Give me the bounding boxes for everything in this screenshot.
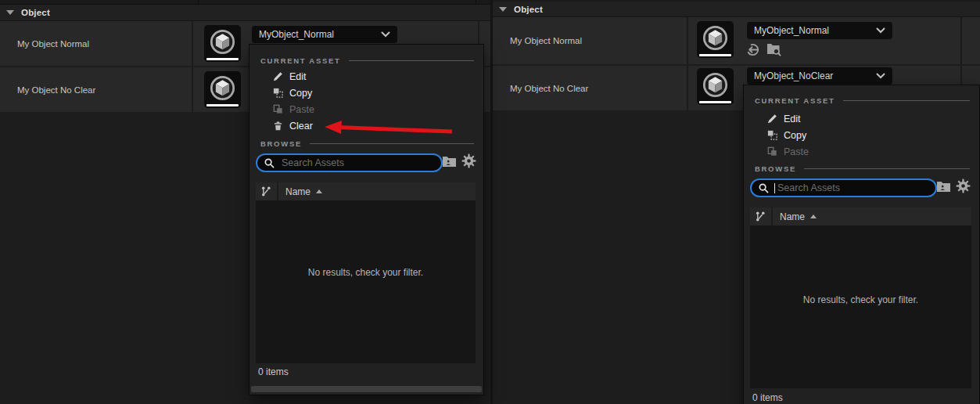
use-selected-asset-button[interactable]	[745, 42, 761, 58]
section-line	[310, 143, 474, 144]
items-count: 0 items	[258, 366, 289, 377]
asset-list: No results, check your filter.	[750, 225, 971, 388]
section-browse: BROWSE	[260, 138, 474, 149]
chevron-down-icon	[381, 31, 390, 38]
copy-icon	[271, 87, 285, 102]
asset-color-stripe	[206, 58, 239, 60]
name-value-divider	[192, 21, 193, 66]
menu-item-paste: Paste	[249, 102, 483, 117]
name-value-divider	[687, 66, 688, 110]
paste-icon	[271, 103, 285, 118]
hierarchy-icon	[260, 186, 272, 197]
edit-icon	[765, 113, 779, 128]
horizontal-scrollbar[interactable]	[251, 386, 482, 392]
search-icon	[758, 182, 770, 194]
asset-list: No results, check your filter.	[256, 200, 476, 363]
collapse-arrow-icon	[499, 7, 507, 12]
cube-icon	[208, 27, 237, 56]
view-options-button[interactable]	[461, 153, 477, 169]
section-label: CURRENT ASSET	[260, 56, 341, 65]
column-divider	[476, 0, 476, 4]
asset-picker-menu: CURRENT ASSET Edit Copy Paste Clear	[249, 44, 484, 395]
circle-left-arrow-icon	[745, 42, 760, 57]
clear-icon	[271, 120, 285, 135]
asset-picker-menu: CURRENT ASSET Edit Copy Paste BROWSE	[743, 85, 980, 404]
items-count: 0 items	[752, 392, 783, 403]
name-value-divider	[687, 17, 688, 64]
asset-color-stripe	[206, 104, 239, 106]
column-type-header[interactable]	[256, 182, 278, 200]
section-current-asset: CURRENT ASSET	[755, 95, 970, 106]
menu-item-paste: Paste	[744, 144, 979, 160]
search-assets-field	[750, 179, 937, 197]
combo-selected-value: MyObject_NoClear	[754, 70, 833, 81]
text-caret	[774, 183, 775, 193]
asset-thumbnail[interactable]	[697, 21, 734, 58]
asset-thumbnail[interactable]	[204, 71, 241, 108]
property-label: My Object No Clear	[17, 85, 95, 95]
gear-icon	[461, 153, 476, 168]
folder-magnifier-icon	[766, 41, 781, 56]
column-divider	[198, 0, 199, 4]
empty-results-text: No results, check your filter.	[803, 294, 918, 305]
column-name-header[interactable]: Name	[278, 186, 322, 197]
asset-combo[interactable]: MyObject_NoClear	[747, 67, 892, 85]
search-assets-field	[256, 153, 443, 172]
cube-icon	[701, 23, 730, 52]
column-name-header[interactable]: Name	[773, 211, 817, 222]
browse-to-asset-button[interactable]	[766, 41, 781, 57]
menu-item-clear[interactable]: Clear	[249, 118, 483, 134]
search-assets-input[interactable]	[776, 182, 935, 194]
asset-combo[interactable]: MyObject_Normal	[252, 26, 397, 43]
paste-icon	[765, 146, 779, 161]
asset-color-stripe	[699, 54, 731, 56]
menu-item-edit[interactable]: Edit	[249, 69, 483, 85]
view-options-button[interactable]	[956, 179, 971, 194]
asset-list-header: Name	[750, 207, 971, 225]
section-line	[349, 60, 474, 61]
section-line	[804, 168, 970, 169]
section-line	[843, 100, 970, 101]
combo-selected-value: MyObject_Normal	[259, 29, 334, 40]
gear-icon	[956, 179, 971, 193]
copy-icon	[765, 129, 779, 144]
collapse-arrow-icon	[6, 10, 14, 15]
sort-ascending-icon	[316, 189, 322, 193]
section-current-asset: CURRENT ASSET	[260, 55, 474, 66]
asset-thumbnail[interactable]	[204, 25, 241, 62]
cube-icon	[208, 74, 237, 103]
section-browse: BROWSE	[755, 163, 970, 174]
property-label: My Object No Clear	[510, 84, 588, 93]
column-type-header[interactable]	[750, 207, 773, 225]
section-label: CURRENT ASSET	[755, 96, 835, 105]
category-title: Object	[21, 8, 50, 17]
asset-color-stripe	[699, 101, 731, 103]
hierarchy-icon	[755, 211, 766, 222]
menu-item-copy[interactable]: Copy	[249, 85, 483, 101]
search-assets-input[interactable]	[280, 157, 441, 169]
property-label: My Object Normal	[17, 39, 89, 49]
edit-icon	[271, 70, 285, 85]
cube-icon	[701, 70, 730, 99]
asset-thumbnail[interactable]	[697, 68, 734, 105]
empty-results-text: No results, check your filter.	[308, 267, 423, 278]
menu-item-copy[interactable]: Copy	[744, 128, 979, 143]
browse-folder-button[interactable]	[442, 154, 458, 170]
category-header-object[interactable]: Object	[0, 5, 490, 21]
asset-list-header: Name	[256, 182, 476, 200]
browse-folder-button[interactable]	[936, 179, 952, 195]
screenshot-root: Object My Object Normal My Object No Cle…	[0, 0, 980, 404]
sort-ascending-icon	[810, 215, 817, 218]
name-value-divider	[192, 67, 193, 112]
asset-combo[interactable]: MyObject_Normal	[747, 22, 892, 39]
section-label: BROWSE	[260, 139, 302, 148]
category-title: Object	[514, 5, 543, 14]
property-label: My Object Normal	[510, 36, 582, 45]
menu-item-edit[interactable]: Edit	[744, 111, 979, 127]
search-icon	[264, 157, 275, 169]
combo-selected-value: MyObject_Normal	[754, 25, 829, 36]
section-label: BROWSE	[755, 164, 796, 173]
chevron-down-icon	[876, 73, 885, 79]
folder-icon	[936, 179, 951, 193]
category-header-object[interactable]: Object	[493, 2, 980, 17]
